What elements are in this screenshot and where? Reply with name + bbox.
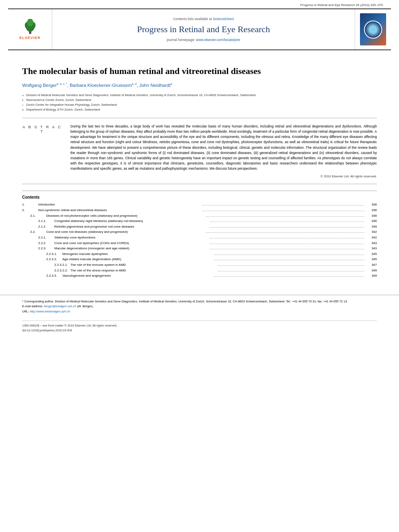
sciencedirect-link[interactable]: ScienceDirect — [213, 17, 234, 21]
affil-text-b: Neuroscience Center Zurich, Zurich, Swit… — [26, 98, 91, 103]
toc-section: Contents 1. Introduction 336 2. Non-synd… — [22, 191, 377, 278]
footer: * Corresponding author. Division of Medi… — [0, 295, 399, 337]
toc-num-2-2-3-3: 2.2.3.3. — [46, 273, 62, 279]
issn-line: 1350-9462/$ – see front matter © 2010 El… — [22, 323, 377, 328]
affil-sup-d: d — [22, 108, 25, 112]
toc-label-2: Non-syndromic retinal and vitreoretinal … — [38, 207, 201, 213]
toc-num-2-2-2: 2.2.2. — [38, 240, 54, 246]
corresponding-author-note: * Corresponding author. Division of Medi… — [22, 299, 377, 304]
toc-num-2-1: 2.1. — [30, 213, 46, 219]
toc-entry-2-2-3-1: 2.2.3.1. Monogenic macular dystrophies 3… — [22, 251, 377, 257]
email-suffix: (W. Berger). — [77, 304, 93, 308]
affiliation-a: a Division of Medical Molecular Genetics… — [22, 93, 377, 98]
toc-entry-2-2-2: 2.2.2. Cone and cone rod dystrophies (CO… — [22, 240, 377, 246]
journal-title: Progress in Retinal and Eye Research — [137, 24, 270, 35]
toc-label-2-2-3-2: Age-related macular degeneration (AMD) — [62, 257, 213, 262]
author-sup-c: a — [171, 82, 172, 85]
toc-dots-2-1 — [206, 216, 364, 217]
toc-label-1: Introduction — [38, 202, 201, 207]
toc-dots-2 — [202, 211, 364, 211]
toc-entry-2-2: 2.2. Cone and cone rod diseases (station… — [22, 229, 377, 235]
toc-num-2-1-1: 2.1.1. — [38, 218, 54, 224]
url-label: URL: — [22, 310, 29, 313]
toc-dots-2-2-3-3 — [214, 276, 364, 277]
toc-title: Contents — [22, 195, 377, 199]
toc-label-2-1-2: Retinitis pigmentosa and progressive rod… — [54, 224, 209, 230]
page: Progress in Retinal and Eye Research 29 … — [0, 0, 399, 532]
copyright-line: © 2010 Elsevier Ltd. All rights reserved… — [70, 175, 377, 178]
homepage-url[interactable]: www.elsevier.com/locate/prer — [196, 38, 240, 42]
email-note: E-mail address: berger@medgen.uzh.ch (W.… — [22, 304, 377, 309]
toc-entry-2-2-1: 2.2.1. Stationary cone dysfunctions 342 — [22, 235, 377, 240]
toc-label-2-1: Diseases of rod photoreceptor cells (sta… — [46, 213, 205, 219]
toc-page-1: 336 — [366, 202, 377, 207]
abstract-section: A B S T R A C T During the last two to t… — [22, 124, 377, 179]
toc-label-2-2-3-3: Vasculogenesis and angiogenesis — [62, 273, 213, 279]
toc-label-2-2-3-2-1: The role of the immune system in AMD — [70, 262, 217, 268]
toc-dots-2-2-3-1 — [214, 255, 364, 255]
footer-bottom: 1350-9462/$ – see front matter © 2010 El… — [22, 320, 377, 333]
toc-label-2-2-2: Cone and cone rod dystrophies (CODs and … — [54, 240, 209, 246]
sciencedirect-prefix: Contents lists available at — [173, 17, 212, 21]
abstract-text-col: During the last two to three decades, a … — [70, 124, 377, 179]
toc-label-2-2-3-1: Monogenic macular dystrophies — [62, 251, 213, 257]
affil-text-d: Department of Biology, ETH Zurich, Zuric… — [26, 107, 100, 112]
affiliation-b: b Neuroscience Center Zurich, Zurich, Sw… — [22, 98, 377, 103]
toc-entry-2-2-3-3: 2.2.3.3. Vasculogenesis and angiogenesis… — [22, 273, 377, 279]
toc-page-2-2-3-2-2: 349 — [366, 268, 377, 273]
toc-entry-2: 2. Non-syndromic retinal and vitreoretin… — [22, 207, 377, 213]
toc-entry-2-2-3-2-1: 2.2.3.2.1. The role of the immune system… — [22, 262, 377, 268]
toc-page-2-2-3: 343 — [366, 246, 377, 251]
toc-label-2-2: Cone and cone rod diseases (stationary a… — [46, 229, 205, 235]
toc-num-2-2-3-2-2: 2.2.3.2.2. — [54, 268, 70, 273]
affil-text-a: Division of Medical Molecular Genetics a… — [26, 93, 256, 98]
toc-page-2-1-2: 339 — [366, 224, 377, 230]
toc-page-2-2: 342 — [366, 229, 377, 235]
toc-dots-2-2-1 — [210, 238, 364, 238]
authors-line: Wolfgang Bergera, b, c, *, Barbara Kloec… — [22, 82, 377, 89]
toc-page-2-1: 336 — [366, 213, 377, 219]
toc-dots-1 — [202, 205, 364, 205]
email-link[interactable]: berger@medgen.uzh.ch — [44, 304, 76, 308]
toc-entry-2-2-3-2-2: 2.2.3.2.2. The role of the stress respon… — [22, 268, 377, 273]
doi-line: doi:10.1016/j.preteyeres.2010.03.004 — [22, 328, 377, 333]
toc-dots-2-2-2 — [210, 244, 364, 244]
abstract-label: A B S T R A C T — [22, 125, 62, 134]
affiliation-c: c Zurich Center for Integrative Human Ph… — [22, 103, 377, 107]
toc-entry-1: 1. Introduction 336 — [22, 202, 377, 207]
elsevier-logo-area: ELSEVIER — [8, 9, 52, 49]
affil-sup-a: a — [22, 94, 25, 98]
affil-sup-c: c — [22, 103, 25, 107]
toc-num-2-1-2: 2.1.2. — [38, 224, 54, 230]
toc-num-2-2-3-1: 2.2.3.1. — [46, 251, 62, 257]
journal-header: ELSEVIER Contents lists available at Sci… — [8, 8, 391, 50]
affiliation-d: d Department of Biology, ETH Zurich, Zur… — [22, 107, 377, 112]
elsevier-text: ELSEVIER — [19, 36, 41, 40]
toc-page-2-2-3-1: 345 — [366, 251, 377, 257]
toc-num-2-2-3-2: 2.2.3.2. — [46, 257, 62, 262]
toc-entry-2-1-1: 2.1.1. Congenital stationary night blind… — [22, 218, 377, 224]
toc-page-2-2-3-2-1: 347 — [366, 262, 377, 268]
article-title: The molecular basis of human retinal and… — [22, 66, 377, 77]
main-content: The molecular basis of human retinal and… — [0, 50, 399, 283]
url-note: URL: http://www.medmolgen.uzh.ch — [22, 309, 377, 314]
author-sup-b: a, d — [132, 82, 137, 85]
toc-num-2-2-3-2-1: 2.2.3.2.1. — [54, 262, 70, 268]
toc-page-2-2-3-2: 345 — [366, 257, 377, 262]
journal-cover-area — [355, 9, 391, 49]
toc-entry-2-1: 2.1. Diseases of rod photoreceptor cells… — [22, 213, 377, 219]
journal-cover-image — [360, 13, 386, 45]
toc-dots-2-1-2 — [210, 227, 364, 228]
toc-num-2: 2. — [22, 207, 38, 213]
toc-page-2-1-1: 336 — [366, 218, 377, 224]
abstract-text: During the last two to three decades, a … — [70, 124, 377, 172]
toc-entry-2-1-2: 2.1.2. Retinitis pigmentosa and progress… — [22, 224, 377, 230]
toc-page-2-2-2: 343 — [366, 240, 377, 246]
toc-page-2-2-3-3: 349 — [366, 273, 377, 279]
toc-label-2-2-3: Macular degenerations (monogenic and age… — [54, 246, 209, 251]
homepage-prefix: journal homepage: — [167, 38, 196, 42]
email-label: E-mail address: — [22, 304, 43, 308]
toc-entry-2-2-3: 2.2.3. Macular degenerations (monogenic … — [22, 246, 377, 251]
toc-num-2-2: 2.2. — [30, 229, 46, 235]
url-link[interactable]: http://www.medmolgen.uzh.ch — [30, 310, 70, 313]
